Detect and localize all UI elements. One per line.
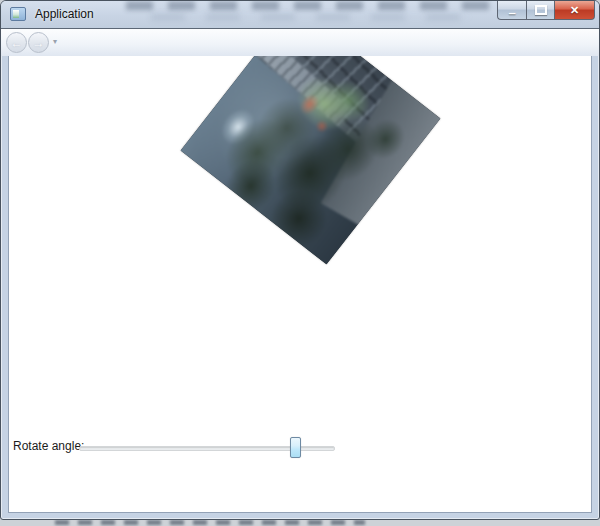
rotate-angle-label: Rotate angle:: [13, 439, 84, 453]
maximize-icon: [535, 5, 547, 15]
nav-dropdown-button[interactable]: ▾: [53, 37, 57, 46]
minimize-button[interactable]: –: [497, 1, 526, 20]
rotated-image: [181, 56, 441, 264]
slider-thumb[interactable]: [290, 437, 301, 458]
application-window: Application – ✕ ← → ▾: [0, 0, 600, 520]
window-controls: – ✕: [497, 1, 595, 20]
chevron-down-icon: ▾: [53, 37, 57, 46]
forward-button[interactable]: →: [28, 32, 49, 53]
back-icon: ←: [11, 36, 23, 50]
close-icon: ✕: [570, 4, 579, 17]
close-button[interactable]: ✕: [555, 1, 595, 20]
minimize-icon: –: [508, 8, 515, 18]
photo-haze: [181, 56, 441, 264]
app-icon: [10, 7, 26, 21]
back-button[interactable]: ←: [6, 32, 27, 53]
maximize-button[interactable]: [526, 1, 555, 20]
window-title: Application: [35, 7, 94, 21]
glass-blur-reflection: [151, 14, 471, 20]
forward-icon: →: [33, 36, 45, 50]
photo-scene: [181, 56, 441, 264]
navigation-bar: ← → ▾: [1, 28, 599, 56]
glass-blur-reflection: [126, 1, 516, 10]
blurred-desktop-text: [55, 520, 365, 525]
content-area: Rotate angle:: [8, 56, 592, 513]
